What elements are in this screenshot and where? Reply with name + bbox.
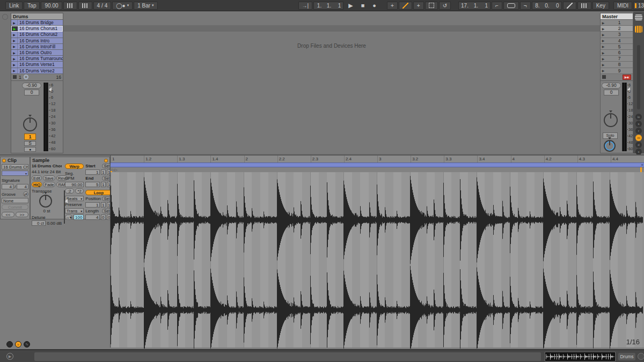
loop-start-field[interactable]: 17.1.1	[458, 2, 491, 10]
back-to-arrangement-button[interactable]: ▶■	[623, 75, 631, 80]
sample-box-tab[interactable]: ≈	[15, 341, 21, 348]
warp-button[interactable]: Warp	[65, 164, 84, 169]
nudge-back-button[interactable]: <<	[2, 212, 14, 217]
loop-length-field[interactable]: 8.0.0	[532, 2, 562, 10]
key-map-button[interactable]: Key	[592, 2, 609, 10]
double-tempo-button[interactable]: *2	[75, 188, 84, 194]
position-bar-field[interactable]: 1	[85, 202, 100, 208]
clip-slot[interactable]: ▶ 16 Drums Verse1	[11, 62, 63, 68]
transpose-value[interactable]: 0 st	[32, 209, 62, 213]
sample-box-expand-icon[interactable]	[104, 159, 108, 162]
end-beat-field[interactable]: 1	[101, 182, 106, 187]
length-bar-field[interactable]: 4	[85, 215, 100, 220]
master-pan-knob[interactable]	[604, 113, 618, 127]
capture-midi-button[interactable]: ↺	[439, 2, 451, 10]
clip-launch-icon[interactable]: ▶	[11, 26, 18, 31]
signature-numerator-field[interactable]: 4	[2, 184, 13, 189]
hiq-button[interactable]: HiQ	[32, 182, 42, 187]
scene-launch-icon[interactable]: ▶	[601, 21, 606, 25]
overview-menu-icon[interactable]	[635, 14, 642, 20]
clip-launch-icon[interactable]: ▶	[11, 44, 18, 49]
push-display-icon[interactable]	[635, 26, 642, 33]
stop-button[interactable]: ■	[358, 2, 368, 10]
clip-launch-icon[interactable]: ▶	[11, 20, 18, 25]
mixer-section-toggle[interactable]: d	[635, 142, 642, 148]
clip-launch-icon[interactable]: ▶	[11, 56, 18, 61]
groove-hotswap-icon[interactable]: ⇄	[23, 191, 28, 197]
link-button[interactable]: Link	[5, 2, 23, 10]
punch-out-button[interactable]: ¬	[520, 2, 531, 10]
clip-launch-icon[interactable]: ▶	[11, 32, 18, 37]
start-bar-field[interactable]: 1	[85, 169, 100, 175]
clip-launch-icon[interactable]: ▶	[11, 68, 18, 73]
gain-slider-handle-icon[interactable]	[65, 199, 68, 203]
end-bar-field[interactable]: 5	[85, 182, 100, 187]
scene-launch-icon[interactable]: ▶	[601, 57, 606, 61]
session-scrollbar[interactable]	[637, 45, 640, 109]
clip-slot[interactable]: ▶ 16 Drums Chorus2	[11, 32, 63, 38]
commit-groove-button[interactable]: Commit	[2, 204, 28, 210]
session-record-button[interactable]	[425, 2, 438, 10]
arrangement-position-field[interactable]: 1.1.1	[313, 2, 343, 10]
scene-slot[interactable]: ▶ 9	[601, 68, 633, 74]
mixer-section-toggle[interactable]: io	[635, 114, 642, 120]
loop-end-icon[interactable]: «	[641, 162, 643, 167]
time-signature-field[interactable]: 4/4	[93, 2, 112, 10]
waveform-canvas[interactable]	[111, 172, 643, 349]
seg-bpm-field[interactable]: 90.00	[65, 182, 84, 187]
length-beat-field[interactable]: 0	[101, 215, 106, 220]
beat-time-ruler[interactable]: 11.21.31.422.22.32.433.23.33.444.24.34.4	[111, 156, 644, 162]
clip-overview-thumbnail[interactable]	[545, 352, 615, 361]
mixer-section-toggle[interactable]: m	[635, 135, 642, 141]
loop-switch-button[interactable]	[503, 2, 519, 10]
volume-field[interactable]: -0.90	[22, 83, 41, 88]
scene-slot[interactable]: ▶ 3	[601, 32, 633, 38]
half-tempo-button[interactable]: :2	[65, 188, 74, 194]
track-activator-button[interactable]: 1	[24, 134, 36, 140]
play-button[interactable]: ▶	[345, 2, 356, 10]
punch-in-button[interactable]: ⌐	[492, 2, 502, 10]
edit-button[interactable]: Edit	[32, 175, 42, 181]
groove-chooser[interactable]: None	[2, 198, 28, 203]
scene-slot[interactable]: ▶ 5	[601, 44, 633, 50]
preserve-chooser[interactable]: Trans▾	[65, 208, 84, 213]
clip-active-icon[interactable]	[2, 159, 6, 162]
clip-stop-button[interactable]	[13, 75, 17, 79]
clip-slot[interactable]: ▶ 16 Drums Bridge	[11, 20, 63, 26]
launch-box-tab[interactable]	[6, 341, 13, 348]
scene-launch-icon[interactable]: ▶	[601, 33, 606, 36]
save-button[interactable]: Save	[43, 175, 55, 181]
pan-field[interactable]: 0	[24, 90, 39, 95]
scene-launch-icon[interactable]: ▶	[601, 27, 606, 31]
track-title-drums[interactable]: Drums	[11, 13, 63, 20]
marker-strip[interactable]: ▷▷	[111, 167, 644, 172]
fade-button[interactable]: Fade	[43, 182, 55, 187]
loop-button[interactable]: Loop	[85, 190, 112, 195]
scene-slot[interactable]: ▶ 6	[601, 50, 633, 56]
session-fold-icon[interactable]	[2, 14, 8, 20]
envelope-box-tab[interactable]: ∿	[24, 341, 30, 348]
scene-launch-icon[interactable]: ▶	[601, 69, 606, 72]
master-pan-field[interactable]: 0	[604, 90, 619, 95]
nudge-down-button[interactable]	[63, 2, 77, 10]
transient-loop-mode-chooser[interactable]: →▾	[65, 215, 72, 220]
pan-knob[interactable]	[23, 117, 37, 131]
warp-mode-chooser[interactable]: Beats▾	[65, 196, 84, 201]
clip-color-chooser[interactable]: ▾	[2, 171, 28, 176]
clip-launch-icon[interactable]: ▶	[11, 62, 18, 67]
scene-launch-icon[interactable]: ▶	[601, 39, 606, 42]
loop-brace[interactable]: «	[111, 162, 644, 167]
start-marker-icon[interactable]: ▷▷	[112, 167, 118, 172]
clip-launch-icon[interactable]: ▶	[11, 50, 18, 55]
scene-slot[interactable]: ▶ 7	[601, 56, 633, 62]
clip-name-field[interactable]: 16 Drums Chorus1	[2, 164, 28, 169]
session-drop-area[interactable]: Drop Files and Devices Here	[63, 12, 600, 153]
position-beat-field[interactable]: 1	[101, 202, 106, 208]
nudge-up-button[interactable]	[78, 2, 92, 10]
clip-slot[interactable]: ▶ 16 Drums IntroFill	[11, 44, 63, 50]
computer-midi-keyboard-button[interactable]	[577, 2, 591, 10]
stop-all-clips-button[interactable]	[602, 75, 606, 79]
clip-slot[interactable]: ▶ 16 Drums Turnaround	[11, 56, 63, 62]
overdub-button[interactable]: +	[387, 2, 398, 10]
scene-slot[interactable]: ▶ 2	[601, 26, 633, 32]
